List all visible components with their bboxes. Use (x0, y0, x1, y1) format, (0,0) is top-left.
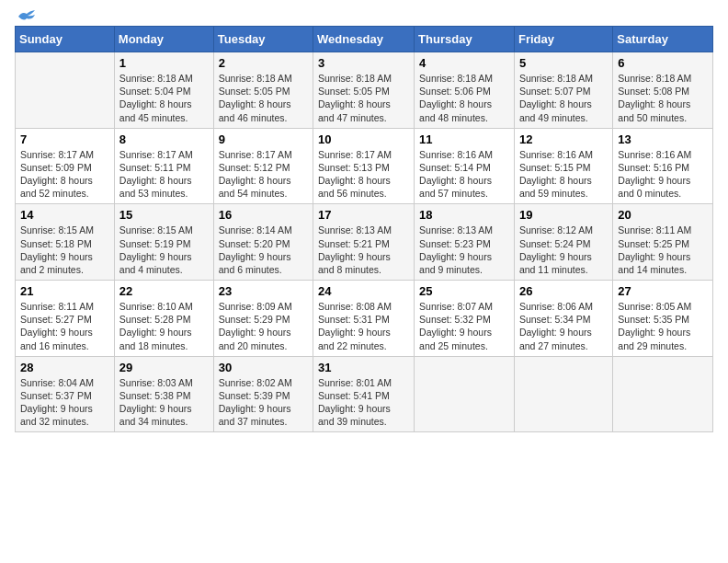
calendar-cell: 1Sunrise: 8:18 AM Sunset: 5:04 PM Daylig… (114, 52, 213, 129)
day-info: Sunrise: 8:03 AM Sunset: 5:38 PM Dayligh… (119, 376, 209, 429)
calendar-cell: 31Sunrise: 8:01 AM Sunset: 5:41 PM Dayli… (313, 356, 415, 432)
day-number: 1 (119, 56, 209, 70)
day-info: Sunrise: 8:12 AM Sunset: 5:24 PM Dayligh… (519, 224, 608, 276)
calendar-cell: 11Sunrise: 8:16 AM Sunset: 5:14 PM Dayli… (415, 128, 515, 204)
calendar-week-row: 7Sunrise: 8:17 AM Sunset: 5:09 PM Daylig… (16, 128, 713, 204)
day-number: 3 (318, 56, 409, 70)
header-thursday: Thursday (415, 27, 515, 52)
day-info: Sunrise: 8:16 AM Sunset: 5:15 PM Dayligh… (519, 148, 608, 201)
logo (15, 15, 37, 18)
day-number: 27 (618, 284, 708, 298)
calendar-cell: 5Sunrise: 8:18 AM Sunset: 5:07 PM Daylig… (514, 52, 612, 129)
day-number: 4 (419, 56, 509, 70)
day-info: Sunrise: 8:18 AM Sunset: 5:04 PM Dayligh… (119, 72, 209, 124)
calendar-cell (16, 52, 115, 129)
calendar-cell: 13Sunrise: 8:16 AM Sunset: 5:16 PM Dayli… (613, 128, 713, 204)
day-info: Sunrise: 8:09 AM Sunset: 5:29 PM Dayligh… (219, 300, 308, 352)
day-number: 2 (219, 56, 308, 70)
calendar-cell: 25Sunrise: 8:07 AM Sunset: 5:32 PM Dayli… (415, 281, 515, 357)
day-info: Sunrise: 8:18 AM Sunset: 5:07 PM Dayligh… (519, 72, 608, 124)
day-info: Sunrise: 8:14 AM Sunset: 5:20 PM Dayligh… (219, 224, 308, 276)
calendar-cell: 17Sunrise: 8:13 AM Sunset: 5:21 PM Dayli… (313, 204, 415, 281)
day-number: 16 (219, 208, 308, 222)
calendar-week-row: 21Sunrise: 8:11 AM Sunset: 5:27 PM Dayli… (16, 281, 713, 357)
day-number: 5 (519, 56, 608, 70)
calendar-cell: 23Sunrise: 8:09 AM Sunset: 5:29 PM Dayli… (213, 281, 313, 357)
calendar-cell: 19Sunrise: 8:12 AM Sunset: 5:24 PM Dayli… (514, 204, 612, 281)
calendar-week-row: 28Sunrise: 8:04 AM Sunset: 5:37 PM Dayli… (16, 356, 713, 432)
calendar-cell: 15Sunrise: 8:15 AM Sunset: 5:19 PM Dayli… (114, 204, 213, 281)
calendar-cell: 2Sunrise: 8:18 AM Sunset: 5:05 PM Daylig… (213, 52, 313, 129)
day-number: 29 (119, 361, 209, 374)
day-info: Sunrise: 8:16 AM Sunset: 5:14 PM Dayligh… (419, 148, 509, 201)
day-info: Sunrise: 8:01 AM Sunset: 5:41 PM Dayligh… (318, 376, 409, 429)
day-info: Sunrise: 8:05 AM Sunset: 5:35 PM Dayligh… (618, 300, 708, 352)
header-friday: Friday (514, 27, 612, 52)
calendar-cell (613, 356, 713, 432)
calendar-cell: 29Sunrise: 8:03 AM Sunset: 5:38 PM Dayli… (114, 356, 213, 432)
day-info: Sunrise: 8:04 AM Sunset: 5:37 PM Dayligh… (20, 376, 109, 429)
day-info: Sunrise: 8:11 AM Sunset: 5:25 PM Dayligh… (618, 224, 708, 276)
calendar-cell: 10Sunrise: 8:17 AM Sunset: 5:13 PM Dayli… (313, 128, 415, 204)
day-info: Sunrise: 8:10 AM Sunset: 5:28 PM Dayligh… (119, 300, 209, 352)
calendar-cell: 16Sunrise: 8:14 AM Sunset: 5:20 PM Dayli… (213, 204, 313, 281)
day-info: Sunrise: 8:17 AM Sunset: 5:13 PM Dayligh… (318, 148, 409, 201)
day-number: 8 (119, 132, 209, 146)
day-number: 12 (519, 132, 608, 146)
day-info: Sunrise: 8:18 AM Sunset: 5:05 PM Dayligh… (318, 72, 409, 124)
calendar-week-row: 14Sunrise: 8:15 AM Sunset: 5:18 PM Dayli… (16, 204, 713, 281)
day-number: 11 (419, 132, 509, 146)
day-number: 30 (219, 361, 308, 374)
calendar-cell: 18Sunrise: 8:13 AM Sunset: 5:23 PM Dayli… (415, 204, 515, 281)
day-info: Sunrise: 8:18 AM Sunset: 5:06 PM Dayligh… (419, 72, 509, 124)
header-sunday: Sunday (16, 27, 115, 52)
day-number: 21 (20, 284, 109, 298)
day-number: 13 (618, 132, 708, 146)
day-number: 23 (219, 284, 308, 298)
calendar-cell: 28Sunrise: 8:04 AM Sunset: 5:37 PM Dayli… (16, 356, 115, 432)
calendar-cell: 14Sunrise: 8:15 AM Sunset: 5:18 PM Dayli… (16, 204, 115, 281)
day-number: 26 (519, 284, 608, 298)
day-info: Sunrise: 8:08 AM Sunset: 5:31 PM Dayligh… (318, 300, 409, 352)
header-wednesday: Wednesday (313, 27, 415, 52)
calendar-cell: 7Sunrise: 8:17 AM Sunset: 5:09 PM Daylig… (16, 128, 115, 204)
day-info: Sunrise: 8:07 AM Sunset: 5:32 PM Dayligh… (419, 300, 509, 352)
calendar-cell: 22Sunrise: 8:10 AM Sunset: 5:28 PM Dayli… (114, 281, 213, 357)
calendar-header-row: SundayMondayTuesdayWednesdayThursdayFrid… (16, 27, 713, 52)
day-number: 20 (618, 208, 708, 222)
day-number: 9 (219, 132, 308, 146)
day-info: Sunrise: 8:15 AM Sunset: 5:18 PM Dayligh… (20, 224, 109, 276)
calendar-cell: 9Sunrise: 8:17 AM Sunset: 5:12 PM Daylig… (213, 128, 313, 204)
day-number: 25 (419, 284, 509, 298)
day-info: Sunrise: 8:16 AM Sunset: 5:16 PM Dayligh… (618, 148, 708, 201)
calendar-cell: 8Sunrise: 8:17 AM Sunset: 5:11 PM Daylig… (114, 128, 213, 204)
day-number: 19 (519, 208, 608, 222)
day-info: Sunrise: 8:15 AM Sunset: 5:19 PM Dayligh… (119, 224, 209, 276)
day-info: Sunrise: 8:17 AM Sunset: 5:11 PM Dayligh… (119, 148, 209, 201)
logo-bird-icon (17, 9, 37, 24)
day-info: Sunrise: 8:11 AM Sunset: 5:27 PM Dayligh… (20, 300, 109, 352)
day-info: Sunrise: 8:17 AM Sunset: 5:09 PM Dayligh… (20, 148, 109, 201)
day-number: 24 (318, 284, 409, 298)
day-info: Sunrise: 8:06 AM Sunset: 5:34 PM Dayligh… (519, 300, 608, 352)
day-number: 14 (20, 208, 109, 222)
calendar-cell: 12Sunrise: 8:16 AM Sunset: 5:15 PM Dayli… (514, 128, 612, 204)
day-info: Sunrise: 8:18 AM Sunset: 5:08 PM Dayligh… (618, 72, 708, 124)
day-number: 28 (20, 361, 109, 374)
day-number: 7 (20, 132, 109, 146)
day-info: Sunrise: 8:17 AM Sunset: 5:12 PM Dayligh… (219, 148, 308, 201)
day-number: 10 (318, 132, 409, 146)
calendar-cell: 21Sunrise: 8:11 AM Sunset: 5:27 PM Dayli… (16, 281, 115, 357)
calendar-cell: 20Sunrise: 8:11 AM Sunset: 5:25 PM Dayli… (613, 204, 713, 281)
day-info: Sunrise: 8:13 AM Sunset: 5:23 PM Dayligh… (419, 224, 509, 276)
header-saturday: Saturday (613, 27, 713, 52)
calendar-cell: 26Sunrise: 8:06 AM Sunset: 5:34 PM Dayli… (514, 281, 612, 357)
calendar-table: SundayMondayTuesdayWednesdayThursdayFrid… (15, 26, 713, 432)
day-number: 18 (419, 208, 509, 222)
day-number: 6 (618, 56, 708, 70)
header-tuesday: Tuesday (213, 27, 313, 52)
calendar-week-row: 1Sunrise: 8:18 AM Sunset: 5:04 PM Daylig… (16, 52, 713, 129)
page-header (15, 15, 713, 18)
day-info: Sunrise: 8:18 AM Sunset: 5:05 PM Dayligh… (219, 72, 308, 124)
calendar-cell: 30Sunrise: 8:02 AM Sunset: 5:39 PM Dayli… (213, 356, 313, 432)
